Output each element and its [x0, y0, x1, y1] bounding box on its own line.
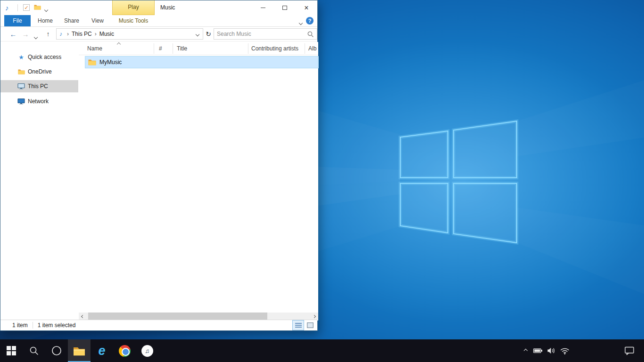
- file-list: Name # Title Contributing artists Alb My…: [79, 42, 318, 313]
- file-row-mymusic[interactable]: MyMusic: [85, 57, 318, 68]
- arrow-left-icon: [81, 315, 84, 318]
- address-dropdown-chevron[interactable]: [196, 31, 199, 37]
- column-divider[interactable]: [154, 43, 154, 54]
- wifi-icon[interactable]: [560, 347, 570, 354]
- chevron-down-icon: [34, 35, 38, 39]
- expand-ribbon-button[interactable]: [299, 19, 302, 26]
- windows-logo-icon: [7, 346, 16, 355]
- chevron-down-icon: [44, 8, 48, 12]
- minimize-button[interactable]: [252, 0, 274, 15]
- address-bar[interactable]: ♪ › This PC › Music: [56, 28, 203, 40]
- column-divider[interactable]: [248, 43, 248, 54]
- quick-access-star-icon: ★: [17, 54, 25, 61]
- cortana-button[interactable]: [45, 339, 68, 362]
- file-name: MyMusic: [99, 59, 122, 66]
- qat-properties-icon[interactable]: ✓: [23, 4, 30, 11]
- file-explorer-window: ♪ ✓ Play Music × File Home Share View Mu…: [0, 0, 318, 331]
- sidebar-item-this-pc[interactable]: This PC: [0, 80, 78, 92]
- tab-share[interactable]: Share: [60, 15, 83, 26]
- up-button[interactable]: ↑: [43, 27, 53, 41]
- caption-buttons: ×: [252, 0, 317, 15]
- sidebar-item-quick-access[interactable]: ★ Quick access: [0, 51, 78, 63]
- close-icon: ×: [304, 4, 308, 12]
- address-bar-row: ← → ↑ ♪ › This PC › Music ↻: [0, 27, 317, 41]
- column-divider[interactable]: [305, 43, 305, 54]
- back-button[interactable]: ←: [8, 27, 18, 41]
- search-icon[interactable]: [307, 31, 314, 37]
- tab-view[interactable]: View: [86, 15, 109, 26]
- sidebar-item-onedrive[interactable]: OneDrive: [0, 66, 78, 78]
- breadcrumb-this-pc[interactable]: This PC: [72, 31, 92, 37]
- action-center-icon: [625, 346, 634, 355]
- ribbon-tab-row: File Home Share View Music Tools ?: [0, 15, 317, 27]
- forward-button[interactable]: →: [20, 27, 31, 41]
- taskbar-search-button[interactable]: [23, 339, 45, 362]
- recent-locations-chevron[interactable]: [34, 33, 37, 40]
- column-headers: Name # Title Contributing artists Alb: [79, 42, 318, 55]
- minimize-icon: [261, 8, 265, 8]
- column-divider[interactable]: [173, 43, 173, 54]
- folder-icon: [34, 4, 41, 10]
- chevron-down-icon: [299, 21, 303, 25]
- help-button[interactable]: ?: [306, 17, 314, 25]
- qat-separator: [17, 4, 18, 11]
- sidebar-item-network[interactable]: Network: [0, 95, 78, 107]
- taskbar-internet-explorer-button[interactable]: e: [91, 339, 113, 362]
- sidebar-item-label: Quick access: [28, 54, 61, 60]
- view-switcher: [293, 321, 315, 330]
- cortana-icon: [51, 346, 62, 356]
- chrome-icon: [119, 345, 131, 357]
- status-bar: 1 item 1 item selected: [0, 320, 317, 330]
- qat-new-folder-icon[interactable]: [34, 4, 41, 11]
- maximize-icon: [282, 6, 287, 10]
- contextual-tab-play[interactable]: Play: [112, 0, 155, 15]
- maximize-button[interactable]: [274, 0, 296, 15]
- navigation-pane: ★ Quick access OneDrive This PC: [0, 42, 78, 313]
- music-app-icon: ♫: [141, 345, 153, 357]
- network-icon: [17, 98, 25, 105]
- column-header-title[interactable]: Title: [177, 45, 187, 52]
- app-music-icon: ♪: [5, 4, 9, 12]
- selection-count: 1 item selected: [38, 322, 76, 329]
- title-bar: ♪ ✓ Play Music ×: [0, 0, 317, 15]
- sidebar-item-label: This PC: [28, 83, 48, 90]
- details-view-button[interactable]: [293, 321, 304, 330]
- taskbar-music-app-button[interactable]: ♫: [136, 339, 158, 362]
- tray-overflow-button[interactable]: [522, 347, 529, 354]
- sidebar-item-label: Network: [28, 98, 49, 105]
- start-button[interactable]: [0, 339, 23, 362]
- column-header-name[interactable]: Name: [87, 45, 102, 52]
- breadcrumb-separator: ›: [95, 31, 97, 37]
- column-header-contributing-artists[interactable]: Contributing artists: [251, 45, 298, 52]
- qat-customize-chevron-icon[interactable]: [45, 6, 48, 13]
- tab-file[interactable]: File: [4, 15, 31, 26]
- column-header-number[interactable]: #: [159, 45, 162, 52]
- tab-home[interactable]: Home: [33, 15, 57, 26]
- battery-icon[interactable]: [533, 347, 543, 354]
- breadcrumb-music[interactable]: Music: [99, 31, 114, 37]
- taskbar-file-explorer-button[interactable]: [68, 339, 91, 362]
- chevron-down-icon: [196, 33, 199, 36]
- action-center-button[interactable]: [622, 339, 636, 362]
- system-tray: [522, 339, 570, 362]
- taskbar: e ♫: [0, 339, 644, 362]
- file-explorer-icon: [73, 346, 85, 356]
- onedrive-folder-icon: [17, 69, 25, 74]
- taskbar-chrome-button[interactable]: [113, 339, 136, 362]
- volume-icon[interactable]: [547, 347, 556, 354]
- column-header-album[interactable]: Alb: [308, 45, 316, 52]
- internet-explorer-icon: e: [98, 345, 105, 357]
- tab-music-tools[interactable]: Music Tools: [113, 15, 154, 26]
- refresh-button[interactable]: ↻: [204, 28, 213, 40]
- large-icons-view-button[interactable]: [305, 321, 315, 330]
- breadcrumb-separator: ›: [67, 31, 69, 37]
- music-note-glyph: ♫: [145, 347, 149, 354]
- search-box: [214, 28, 317, 40]
- details-view-icon: [295, 322, 302, 328]
- item-count: 1 item: [12, 322, 28, 329]
- large-icons-view-icon: [307, 322, 314, 328]
- window-title: Music: [160, 0, 175, 15]
- search-icon: [29, 346, 39, 355]
- close-button[interactable]: ×: [296, 0, 317, 15]
- search-input[interactable]: [214, 31, 307, 37]
